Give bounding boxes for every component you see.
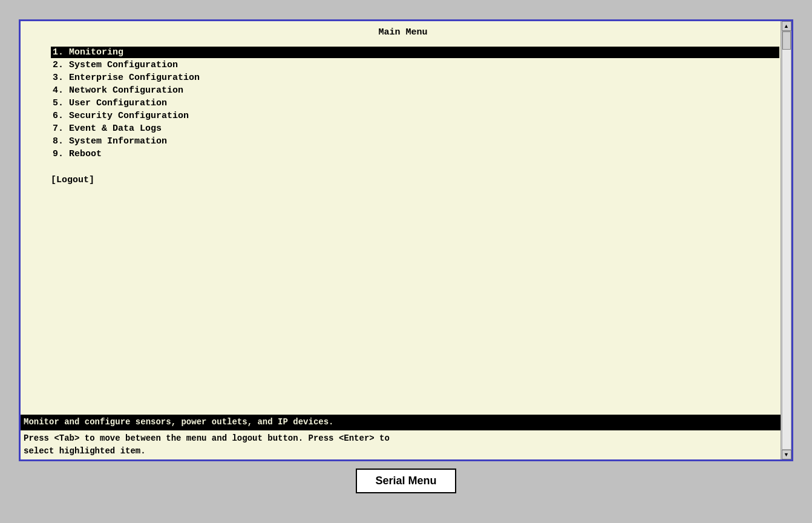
- scrollbar-thumb[interactable]: [782, 31, 791, 50]
- terminal-content: Main Menu 1. Monitoring2. System Configu…: [21, 21, 791, 415]
- outer-container: ▲ ▼ Main Menu 1. Monitoring2. System Con…: [13, 19, 799, 504]
- menu-item-9[interactable]: 9. Reboot: [51, 148, 779, 160]
- help-line2: select highlighted item.: [24, 446, 146, 456]
- status-text: Monitor and configure sensors, power out…: [24, 417, 333, 427]
- help-bar: Press <Tab> to move between the menu and…: [21, 430, 791, 459]
- menu-item-3[interactable]: 3. Enterprise Configuration: [51, 72, 779, 84]
- scroll-down-button[interactable]: ▼: [782, 450, 791, 459]
- terminal-frame: ▲ ▼ Main Menu 1. Monitoring2. System Con…: [19, 19, 793, 461]
- help-line1: Press <Tab> to move between the menu and…: [24, 433, 390, 443]
- menu-item-4[interactable]: 4. Network Configuration: [51, 85, 779, 96]
- logout-section[interactable]: [Logout]: [51, 175, 779, 185]
- menu-list: 1. Monitoring2. System Configuration3. E…: [51, 47, 779, 160]
- menu-item-7[interactable]: 7. Event & Data Logs: [51, 123, 779, 134]
- scrollbar[interactable]: ▲ ▼: [781, 21, 791, 459]
- scroll-up-button[interactable]: ▲: [782, 21, 791, 31]
- logout-button[interactable]: [Logout]: [51, 175, 94, 185]
- status-bar: Monitor and configure sensors, power out…: [21, 415, 791, 430]
- menu-item-6[interactable]: 6. Security Configuration: [51, 110, 779, 122]
- menu-item-5[interactable]: 5. User Configuration: [51, 97, 779, 109]
- scrollbar-track: [782, 31, 791, 450]
- menu-item-8[interactable]: 8. System Information: [51, 136, 779, 147]
- bottom-label: Serial Menu: [356, 469, 456, 493]
- terminal-title: Main Menu: [27, 27, 779, 38]
- menu-item-2[interactable]: 2. System Configuration: [51, 59, 779, 71]
- menu-item-1[interactable]: 1. Monitoring: [51, 47, 779, 58]
